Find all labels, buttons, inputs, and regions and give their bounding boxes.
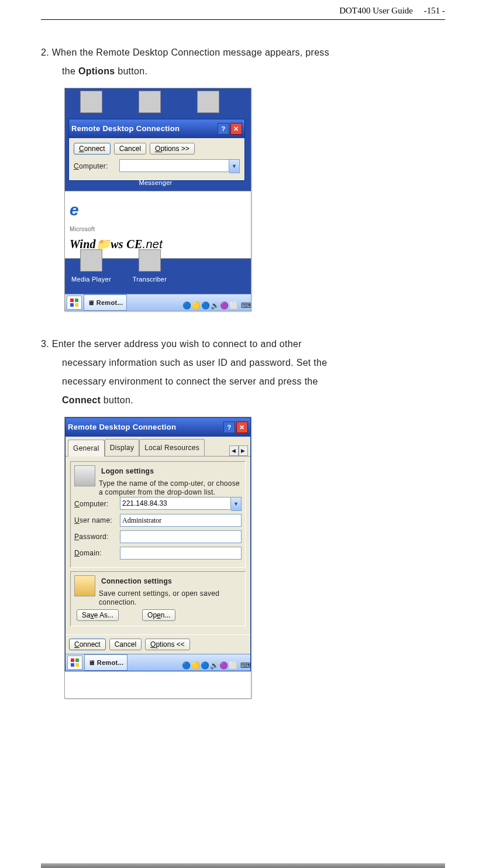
tray-icon[interactable]: 🟣 bbox=[219, 658, 228, 667]
tray-icon[interactable]: 🔵 bbox=[201, 658, 209, 667]
tray-icon[interactable]: 🔵 bbox=[182, 299, 191, 307]
tab-scroll-right[interactable]: ▶ bbox=[239, 445, 248, 456]
desktop: Remote Desktop Connection ? ✕ Connect Ca… bbox=[65, 88, 251, 311]
tab-scroll: ◀ ▶ bbox=[229, 445, 248, 456]
tray-icon[interactable]: ⬜ bbox=[229, 658, 237, 667]
connect-keyword: Connect bbox=[62, 395, 101, 405]
tab-strip: General Display Local Resources ◀ ▶ bbox=[66, 437, 250, 457]
desktop-icon bbox=[129, 91, 170, 114]
computer-row: Computer: ▼ bbox=[74, 159, 240, 173]
logon-settings-group: Logon settings Type the name of the comp… bbox=[70, 461, 246, 568]
tab-general[interactable]: General bbox=[68, 440, 105, 457]
username-input[interactable] bbox=[120, 514, 242, 527]
body-content: 2. When the Remote Desktop Connection me… bbox=[41, 43, 445, 699]
folder-icon bbox=[74, 575, 95, 596]
messenger-label: Messenger bbox=[135, 176, 176, 189]
dropdown-button[interactable]: ▼ bbox=[231, 497, 242, 511]
rdc-taskbar-icon: 🖥 bbox=[88, 299, 94, 306]
general-panel: Logon settings Type the name of the comp… bbox=[66, 457, 250, 634]
connection-settings-title: Connection settings bbox=[99, 574, 174, 588]
start-button[interactable] bbox=[67, 296, 82, 310]
tray-icon[interactable]: ⬜ bbox=[229, 299, 237, 307]
bottom-button-row: Connect Cancel Options << bbox=[66, 634, 250, 654]
mediaplayer-icon[interactable]: Media Player bbox=[71, 249, 112, 286]
generic-icon bbox=[80, 91, 102, 113]
computer-input[interactable] bbox=[120, 497, 231, 510]
computer-combo: ▼ bbox=[119, 159, 240, 173]
username-row: User name: bbox=[74, 513, 242, 527]
tab-local-resources[interactable]: Local Resources bbox=[139, 439, 205, 456]
step-3-line1: Enter the server address you wish to con… bbox=[52, 339, 302, 349]
desktop-icon bbox=[71, 91, 112, 114]
ie-icon[interactable]: Internet Explorer bbox=[71, 217, 112, 243]
generic-icon bbox=[139, 91, 161, 113]
transcriber-ico bbox=[139, 249, 161, 272]
mediaplayer-ico bbox=[80, 249, 102, 272]
system-tray: 🔵 🟡 🔵 🔊 🟣 ⬜ ⌨ bbox=[182, 658, 249, 667]
save-open-row: Save As... Open... bbox=[74, 609, 242, 621]
connect-button[interactable]: Connect bbox=[69, 639, 106, 650]
computer-input[interactable] bbox=[119, 159, 229, 172]
svg-rect-2 bbox=[70, 303, 74, 307]
desktop-icon bbox=[188, 91, 229, 114]
domain-label: Domain: bbox=[74, 546, 116, 560]
dialog-body: Connect Cancel Options >> Computer: ▼ bbox=[69, 138, 244, 180]
taskbar: 🖥 Remot... 🔵 🟡 🔵 🔊 🟣 ⬜ ⌨ bbox=[66, 654, 250, 671]
computer-icon bbox=[74, 465, 95, 486]
tab-display[interactable]: Display bbox=[105, 439, 139, 456]
screenshot-2: Remote Desktop Connection ? ✕ General Di… bbox=[64, 417, 251, 699]
tray-icon[interactable]: 🔵 bbox=[201, 299, 209, 307]
computer-combo: ▼ bbox=[120, 497, 242, 511]
taskbar-app-remote[interactable]: 🖥 Remot... bbox=[84, 294, 127, 311]
close-button[interactable]: ✕ bbox=[230, 123, 242, 135]
connect-button[interactable]: Connect bbox=[74, 143, 111, 155]
rdc-dialog-expanded: Remote Desktop Connection ? ✕ General Di… bbox=[65, 417, 251, 671]
logon-settings-title: Logon settings bbox=[99, 464, 156, 478]
save-as-button[interactable]: Save As... bbox=[77, 609, 119, 621]
tray-icon[interactable]: 🟣 bbox=[220, 299, 228, 307]
taskbar: 🖥 Remot... 🔵 🟡 🔵 🔊 🟣 ⬜ ⌨ bbox=[65, 294, 251, 311]
domain-input[interactable] bbox=[120, 547, 242, 560]
tab-scroll-left[interactable]: ◀ bbox=[229, 445, 239, 456]
tray-speaker-icon[interactable]: 🔊 bbox=[211, 299, 219, 307]
button-row: Connect Cancel Options >> bbox=[74, 143, 240, 155]
dropdown-button[interactable]: ▼ bbox=[229, 159, 240, 173]
options-button[interactable]: Options >> bbox=[150, 143, 195, 155]
password-input[interactable] bbox=[120, 530, 242, 543]
tray-icon[interactable]: 🟡 bbox=[192, 299, 200, 307]
svg-rect-1 bbox=[75, 299, 78, 302]
dialog-titlebar[interactable]: Remote Desktop Connection ? ✕ bbox=[69, 119, 244, 138]
help-button[interactable]: ? bbox=[218, 123, 229, 135]
transcriber-icon[interactable]: Transcriber bbox=[129, 249, 170, 286]
document-page: DOT400 User Guide -151 - 2. When the Rem… bbox=[0, 0, 486, 868]
generic-icon bbox=[197, 91, 219, 113]
computer-label: Computer: bbox=[74, 159, 116, 173]
cancel-button[interactable]: Cancel bbox=[114, 143, 146, 155]
help-button[interactable]: ? bbox=[223, 421, 235, 433]
computer-label: Computer: bbox=[74, 497, 116, 511]
options-collapse-button[interactable]: Options << bbox=[145, 639, 190, 650]
close-button[interactable]: ✕ bbox=[236, 421, 248, 433]
dialog-titlebar[interactable]: Remote Desktop Connection ? ✕ bbox=[66, 418, 250, 437]
svg-rect-7 bbox=[75, 663, 79, 667]
cancel-button[interactable]: Cancel bbox=[109, 639, 142, 650]
windows-flag-icon bbox=[70, 298, 79, 307]
options-keyword: Options bbox=[78, 66, 115, 76]
footer-gradient bbox=[41, 863, 445, 868]
tray-icon[interactable]: 🔵 bbox=[182, 658, 190, 667]
username-label: User name: bbox=[74, 513, 116, 527]
step-2-line1: When the Remote Desktop Connection messa… bbox=[52, 47, 329, 57]
tray-speaker-icon[interactable]: 🔊 bbox=[210, 658, 218, 667]
taskbar-app-remote[interactable]: 🖥 Remot... bbox=[84, 654, 127, 671]
mydocs-icon[interactable]: My Documents bbox=[129, 217, 170, 243]
start-button[interactable] bbox=[67, 656, 82, 670]
sip-icon[interactable]: ⌨ bbox=[241, 299, 249, 307]
system-tray: 🔵 🟡 🔵 🔊 🟣 ⬜ ⌨ bbox=[182, 299, 249, 307]
tray-icon[interactable]: 🟡 bbox=[191, 658, 199, 667]
step-3: 3. Enter the server address you wish to … bbox=[41, 335, 445, 410]
open-button[interactable]: Open... bbox=[142, 609, 175, 621]
screenshot-1: Remote Desktop Connection ? ✕ Connect Ca… bbox=[64, 88, 251, 311]
sip-icon[interactable]: ⌨ bbox=[240, 658, 249, 667]
rdc-dialog: Remote Desktop Connection ? ✕ Connect Ca… bbox=[68, 119, 245, 181]
step-3-line3: necessary environment to connect the ser… bbox=[62, 372, 445, 391]
